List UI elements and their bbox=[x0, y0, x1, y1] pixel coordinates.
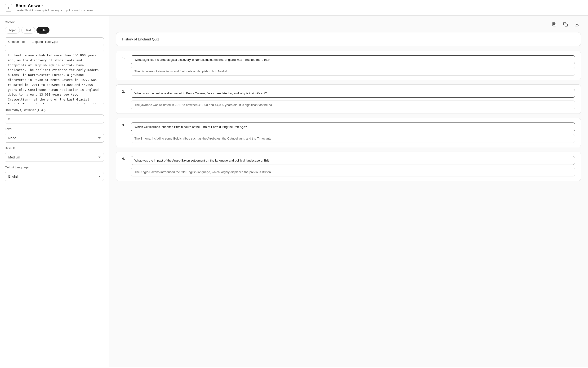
copy-button[interactable] bbox=[561, 20, 569, 28]
download-button[interactable] bbox=[573, 20, 581, 28]
question-number: 3. bbox=[122, 122, 129, 127]
tab-file[interactable]: File bbox=[37, 27, 49, 34]
question-item: 1. What significant archaeological disco… bbox=[116, 51, 581, 80]
main-layout: Context Topic Text File Choose File Engl… bbox=[0, 16, 588, 367]
tab-topic[interactable]: Topic bbox=[5, 27, 20, 34]
question-item: 2. When was the jawbone discovered in Ke… bbox=[116, 84, 581, 114]
level-section: Level None Easy Medium Hard bbox=[5, 127, 104, 143]
content-textarea[interactable]: England became inhabited more than 800,0… bbox=[5, 50, 104, 104]
difficult-label: Difficult bbox=[5, 146, 104, 150]
right-panel: History of England Quiz 1. What signific… bbox=[109, 16, 588, 367]
left-panel: Context Topic Text File Choose File Engl… bbox=[0, 16, 109, 367]
file-name-display: England History.pdf bbox=[28, 38, 104, 46]
question-text[interactable]: When was the jawbone discovered in Kents… bbox=[131, 89, 575, 98]
file-input-row: Choose File England History.pdf bbox=[5, 37, 104, 46]
answer-text: The Britons, including some Belgic tribe… bbox=[131, 134, 575, 143]
output-language-section: Output Language English Spanish French G… bbox=[5, 166, 104, 181]
svg-rect-0 bbox=[565, 24, 568, 27]
difficult-select[interactable]: Easy Medium Hard bbox=[5, 153, 104, 162]
question-row: 1. What significant archaeological disco… bbox=[122, 55, 575, 64]
quiz-title-card: History of England Quiz bbox=[116, 32, 581, 46]
tab-text[interactable]: Text bbox=[21, 27, 35, 34]
save-button[interactable] bbox=[550, 20, 558, 28]
question-row: 3. Which Celtic tribes inhabited Britain… bbox=[122, 122, 575, 131]
header: ‹ Short Answer create Short Answer quiz … bbox=[0, 0, 588, 16]
answer-text: The Anglo-Saxons introduced the Old Engl… bbox=[131, 168, 575, 176]
level-select[interactable]: None Easy Medium Hard bbox=[5, 134, 104, 143]
question-number: 2. bbox=[122, 89, 129, 93]
context-section: Context Topic Text File bbox=[5, 20, 104, 34]
back-button[interactable]: ‹ bbox=[5, 4, 12, 12]
question-text[interactable]: What was the impact of the Anglo-Saxon s… bbox=[131, 156, 575, 165]
top-icons bbox=[116, 20, 581, 28]
question-number: 1. bbox=[122, 55, 129, 60]
questions-label: How Many Questions? (1~30) bbox=[5, 108, 104, 112]
question-text[interactable]: What significant archaeological discover… bbox=[131, 55, 575, 64]
page-subtitle: create Short Answer quiz from any text, … bbox=[16, 9, 94, 12]
answer-text: The jawbone was re-dated in 2011 to betw… bbox=[131, 101, 575, 109]
question-item: 3. Which Celtic tribes inhabited Britain… bbox=[116, 118, 581, 147]
page-title: Short Answer bbox=[16, 3, 94, 8]
header-text: Short Answer create Short Answer quiz fr… bbox=[16, 3, 94, 12]
quiz-title: History of England Quiz bbox=[122, 37, 575, 41]
output-language-label: Output Language bbox=[5, 166, 104, 169]
choose-file-button[interactable]: Choose File bbox=[5, 38, 28, 46]
question-text[interactable]: Which Celtic tribes inhabited Britain so… bbox=[131, 122, 575, 131]
output-language-select[interactable]: English Spanish French German Chinese Ja… bbox=[5, 172, 104, 181]
difficult-section: Difficult Easy Medium Hard bbox=[5, 146, 104, 162]
questions-section: How Many Questions? (1~30) bbox=[5, 108, 104, 123]
level-label: Level bbox=[5, 127, 104, 131]
context-label: Context bbox=[5, 20, 104, 24]
tabs-row: Topic Text File bbox=[5, 27, 104, 34]
question-item: 4. What was the impact of the Anglo-Saxo… bbox=[116, 152, 581, 181]
questions-input[interactable] bbox=[5, 114, 104, 123]
question-row: 2. When was the jawbone discovered in Ke… bbox=[122, 89, 575, 98]
question-number: 4. bbox=[122, 156, 129, 161]
question-row: 4. What was the impact of the Anglo-Saxo… bbox=[122, 156, 575, 165]
answer-text: The discovery of stone tools and footpri… bbox=[131, 67, 575, 76]
